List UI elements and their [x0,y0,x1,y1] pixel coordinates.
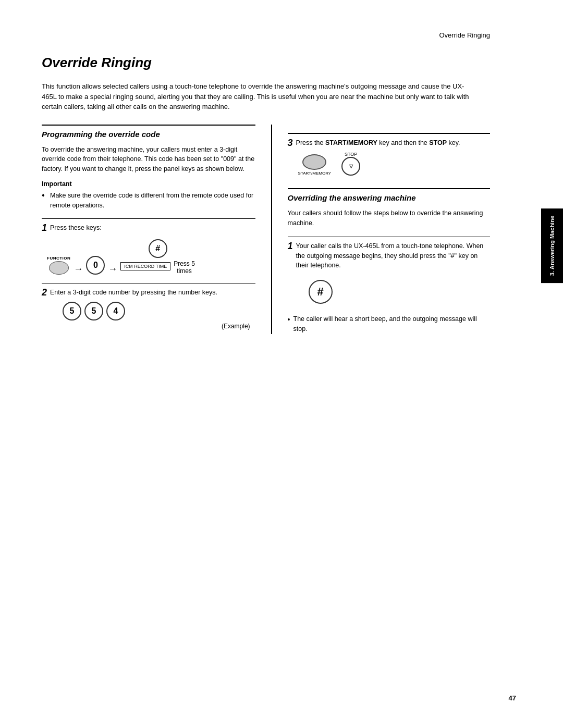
times-label: times [177,267,192,275]
function-label: FUNCTION [47,256,70,261]
page-header: Override Ringing [42,31,521,39]
icm-box: ICM RECORD TIME [120,262,170,270]
right-step3: 3 Press the START/MEMORY key and then th… [288,133,490,176]
start-memory-col: START/MEMORY [298,154,332,176]
left-step1: 1 Press these keys: FUNCTION → [42,218,255,275]
page-container: Override Ringing Override Ringing This f… [0,0,563,728]
function-key-icon [49,261,69,275]
step2-num: 2 [42,288,47,297]
page-title: Override Ringing [42,55,521,71]
left-bullet1: Make sure the override code is different… [42,191,255,211]
right-step1-num: 1 [288,241,293,251]
step1-text: Press these keys: [50,223,102,233]
stop-icon: ▽ [341,157,360,176]
hash-col: # ICM RECORD TIME Press 5 times [120,239,195,275]
page-number: 47 [509,694,516,702]
num-keys-row: 5 5 4 [63,302,255,320]
step1-num: 1 [42,223,47,232]
left-section-title: Programming the override code [42,125,255,139]
num-key-4: 4 [106,302,125,320]
right-step1-header: 1 Your caller calls the UX-465L from a t… [288,241,490,270]
dot-bullet: The caller will hear a short beep, and t… [288,314,490,334]
main-content: Programming the override code To overrid… [42,125,521,334]
zero-key-icon: 0 [86,256,105,275]
hash-key-icon: # [149,239,167,258]
intro-text: This function allows selected callers us… [42,81,469,112]
left-step2: 2 Enter a 3-digit code number by pressin… [42,283,255,330]
header-title: Override Ringing [439,31,490,39]
arrow1: → [74,264,83,275]
step1-header: 1 Press these keys: [42,223,255,233]
right-column: 3 Press the START/MEMORY key and then th… [272,125,521,334]
example-label: (Example) [42,323,250,330]
important-label: Important [42,180,255,188]
press5-label: Press 5 [174,260,195,267]
num-key-5a: 5 [63,302,81,320]
right-section2-title: Overriding the answering machine [288,188,490,202]
step2-text: Enter a 3-digit code number by pressing … [50,288,217,298]
right-step3-num: 3 [288,138,293,147]
side-tab-text: 3. Answering Machine [548,216,556,276]
stop-label-top: STOP [345,152,357,157]
hash-icon-large: # [309,280,333,304]
right-step1: 1 Your caller calls the UX-465L from a t… [288,237,490,334]
left-body1: To override the answering machine, your … [42,145,255,174]
start-mem-label: START/MEMORY [298,171,332,176]
side-tab: 3. Answering Machine [541,208,563,283]
right-step3-text: Press the START/MEMORY key and then the … [296,138,460,148]
start-stop-icons: START/MEMORY STOP ▽ [298,152,490,176]
right-body2: Your callers should follow the steps bel… [288,208,490,228]
right-step1-text: Your caller calls the UX-465L from a tou… [296,241,490,270]
right-step3-header: 3 Press the START/MEMORY key and then th… [288,138,490,148]
start-memory-icon [302,154,326,170]
arrow2: → [108,264,117,275]
left-column: Programming the override code To overrid… [42,125,272,334]
stop-col: STOP ▽ [341,152,360,176]
step2-header: 2 Enter a 3-digit code number by pressin… [42,288,255,298]
num-key-5b: 5 [84,302,103,320]
zero-key-col: 0 [86,256,105,275]
step1-diagram: FUNCTION → 0 → # [42,239,255,275]
function-key-col: FUNCTION [47,256,70,275]
